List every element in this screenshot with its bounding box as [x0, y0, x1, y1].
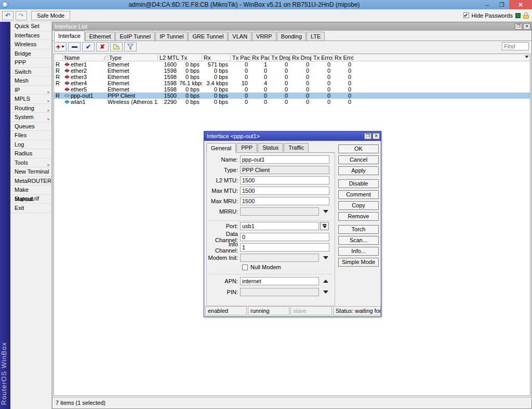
disable-button[interactable]: ✘: [96, 42, 109, 51]
tab-ip-tunnel[interactable]: IP Tunnel: [155, 32, 188, 41]
find-input[interactable]: [502, 42, 529, 50]
table-row-ether2[interactable]: R ether2 Ethernet 1598 0 bps 0 bps 0 0 0…: [54, 68, 530, 74]
sidebar-item-manual[interactable]: Manual: [10, 195, 51, 204]
cancel-button[interactable]: Cancel: [338, 155, 379, 164]
copy-button[interactable]: Copy: [338, 201, 379, 210]
column-header-rx[interactable]: Rx: [202, 54, 231, 61]
sidebar-item-log[interactable]: Log: [10, 140, 51, 150]
add-button[interactable]: +: [54, 42, 66, 51]
tab-bonding[interactable]: Bonding: [277, 32, 306, 41]
ok-button[interactable]: OK: [338, 144, 379, 153]
tab-lte[interactable]: LTE: [307, 32, 325, 41]
port-list-button[interactable]: [320, 222, 329, 230]
mrru-field[interactable]: [240, 207, 319, 216]
tab-interface[interactable]: Interface: [54, 31, 85, 41]
sidebar-item-ip[interactable]: IP▸: [10, 86, 51, 95]
tab-eoip-tunnel[interactable]: EoIP Tunnel: [115, 32, 155, 41]
column-header-rx-errors[interactable]: Rx Errors: [333, 54, 354, 61]
dialog-close-button[interactable]: ✕: [373, 133, 380, 139]
name-field[interactable]: [240, 155, 329, 164]
apn-field[interactable]: [240, 277, 319, 285]
max-mru-field[interactable]: [240, 197, 329, 205]
sidebar-item-radius[interactable]: Radius: [10, 149, 51, 159]
tab-vlan[interactable]: VLAN: [228, 32, 251, 41]
column-header-tx[interactable]: Tx: [179, 54, 202, 61]
data-channel-field[interactable]: [240, 233, 329, 241]
column-header-flag[interactable]: [54, 54, 63, 61]
sidebar-item-switch[interactable]: Switch: [10, 68, 51, 77]
sidebar-item-new-terminal[interactable]: New Terminal: [10, 167, 51, 177]
column-filter-icon[interactable]: [525, 56, 529, 58]
table-row-ppp-out1-selected[interactable]: R ppp-out1 PPP Client 1500 0 bps 0 bps 0…: [54, 93, 530, 99]
l2mtu-field[interactable]: [240, 176, 329, 184]
close-button[interactable]: ✕: [509, 0, 532, 9]
hide-passwords-checkbox[interactable]: ✔: [463, 12, 469, 18]
collapse-arrow-icon[interactable]: [323, 280, 328, 283]
tab-gre-tunnel[interactable]: GRE Tunnel: [188, 32, 228, 41]
sidebar-item-files[interactable]: Files: [10, 131, 51, 140]
sidebar-item-tools[interactable]: Tools▸: [10, 159, 51, 168]
null-modem-checkbox[interactable]: [242, 265, 248, 270]
max-mtu-field[interactable]: [240, 187, 329, 195]
sidebar-item-wireless[interactable]: Wireless: [10, 40, 51, 49]
dropdown-arrow-icon[interactable]: [323, 210, 328, 213]
table-row-ether5[interactable]: ether5 Ethernet 1598 0 bps 0 bps 0 0 0 0…: [54, 86, 530, 93]
enable-button[interactable]: ✔: [82, 42, 95, 51]
dialog-restore-button[interactable]: ❐: [364, 133, 371, 139]
sidebar-item-ppp[interactable]: PPP: [10, 58, 51, 68]
tab-status[interactable]: Status: [258, 143, 283, 152]
sidebar-item-interfaces[interactable]: Interfaces: [10, 31, 51, 41]
column-header-tx-packets[interactable]: Tx Pac...: [231, 54, 250, 61]
sidebar-item-exit[interactable]: Exit: [10, 204, 51, 213]
sidebar-item-system[interactable]: System▸: [10, 113, 51, 122]
window-restore-button[interactable]: ❐: [515, 23, 522, 30]
sidebar-item-metarouter[interactable]: MetaROUTER: [10, 177, 51, 186]
comment-button[interactable]: [110, 42, 123, 51]
dropdown-arrow-icon[interactable]: [323, 256, 328, 259]
modem-init-field[interactable]: [240, 254, 319, 262]
tab-traffic[interactable]: Traffic: [284, 143, 309, 152]
torch-button[interactable]: Torch: [338, 225, 379, 234]
column-header-rx-drops[interactable]: Rx Drops: [290, 54, 312, 61]
simple-mode-button[interactable]: Simple Mode: [338, 258, 379, 267]
column-header-tx-errors[interactable]: Tx Errors: [312, 54, 333, 61]
tab-ethernet[interactable]: Ethernet: [85, 32, 115, 41]
table-row-ether3[interactable]: R ether3 Ethernet 1598 0 bps 0 bps 0 0 0…: [54, 74, 530, 80]
sidebar-item-quick-set[interactable]: Quick Set: [10, 22, 51, 31]
sidebar-item-mesh[interactable]: Mesh: [10, 76, 51, 86]
apply-button[interactable]: Apply: [338, 166, 379, 175]
minimize-button[interactable]: –: [480, 0, 495, 9]
redo-button[interactable]: ↷: [16, 11, 27, 20]
info-button[interactable]: Info...: [338, 247, 379, 256]
disable-button[interactable]: Disable: [338, 179, 379, 188]
column-header-rx-packets[interactable]: Rx Pac...: [250, 54, 270, 61]
column-header-l2mtu[interactable]: L2 MTU: [158, 54, 179, 61]
sidebar-item-queues[interactable]: Queues: [10, 122, 51, 131]
remove-button[interactable]: [68, 42, 81, 51]
restore-button[interactable]: ❐: [495, 0, 509, 9]
sidebar-item-routing[interactable]: Routing▸: [10, 104, 51, 113]
table-row-ether4[interactable]: R ether4 Ethernet 1598 76.1 kbps 3.4 kbp…: [54, 80, 530, 86]
info-channel-field[interactable]: [240, 243, 329, 252]
column-header-type[interactable]: Type: [108, 54, 158, 61]
sidebar-item-mpls[interactable]: MPLS▸: [10, 95, 51, 104]
sidebar-item-bridge[interactable]: Bridge: [10, 49, 51, 59]
safe-mode-button[interactable]: Safe Mode: [31, 11, 70, 20]
window-close-button[interactable]: ✕: [523, 23, 530, 30]
tab-general[interactable]: General: [206, 143, 236, 153]
tab-ppp[interactable]: PPP: [236, 143, 257, 152]
port-field[interactable]: [240, 222, 319, 230]
remove-button[interactable]: Remove: [338, 212, 379, 221]
tab-vrrp[interactable]: VRRP: [252, 32, 276, 41]
column-header-tx-drops[interactable]: Tx Drops: [270, 54, 290, 61]
pin-field[interactable]: [240, 288, 319, 296]
filter-button[interactable]: [124, 42, 137, 51]
undo-button[interactable]: ↶: [2, 11, 14, 20]
sidebar-item-make-supout[interactable]: Make Supout.rif: [10, 186, 51, 195]
table-row-ether1[interactable]: R ether1 Ethernet 1600 0 bps 571 bps 0 1…: [54, 61, 530, 68]
scan-button[interactable]: Scan...: [338, 236, 379, 245]
table-row-wlan1[interactable]: wlan1 Wireless (Atheros 11N) 2290 0 bps …: [54, 99, 530, 105]
dropdown-arrow-icon[interactable]: [323, 291, 328, 294]
comment-button[interactable]: Comment: [338, 190, 379, 199]
column-header-name[interactable]: Name/: [63, 54, 108, 61]
